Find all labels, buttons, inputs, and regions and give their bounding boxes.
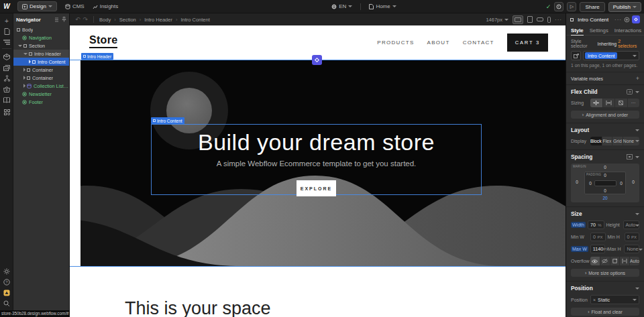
- tab-style[interactable]: Style: [571, 27, 584, 36]
- collapse-section-icon[interactable]: [635, 156, 639, 158]
- min-width-unit[interactable]: PX: [597, 235, 602, 239]
- add-elements-icon[interactable]: +: [0, 16, 13, 25]
- sizing-more-icon[interactable]: ···: [628, 99, 640, 107]
- hero-heading[interactable]: Build your dream store: [151, 129, 482, 155]
- width-input[interactable]: 70%: [588, 220, 604, 229]
- preview-button[interactable]: ▷: [567, 2, 576, 11]
- cms-button[interactable]: CMS: [65, 3, 85, 9]
- help-icon[interactable]: ?: [0, 277, 13, 287]
- expand-caret-icon[interactable]: [23, 68, 25, 72]
- collapse-section-icon[interactable]: [635, 213, 639, 215]
- overflow-hidden-eye-off-icon[interactable]: [600, 257, 610, 265]
- tree-item-collection-list[interactable]: Collection List Wra...: [13, 82, 69, 90]
- pin-icon[interactable]: [62, 17, 66, 22]
- breadcrumb-item[interactable]: Section: [119, 17, 136, 23]
- tree-item-footer[interactable]: Footer: [13, 98, 69, 106]
- breakpoint-desktop-icon[interactable]: [513, 15, 523, 24]
- components-icon[interactable]: [0, 52, 13, 62]
- hero-subtitle[interactable]: A simple Webflow Ecommerce template to g…: [151, 160, 482, 168]
- variables-icon[interactable]: [0, 74, 13, 83]
- display-block-option[interactable]: Block: [590, 137, 602, 145]
- store-logo[interactable]: Store: [89, 34, 117, 48]
- insights-button[interactable]: Insights: [93, 3, 119, 9]
- cart-button[interactable]: CART 3: [507, 34, 548, 52]
- tab-settings[interactable]: Settings: [590, 27, 608, 34]
- tree-item-container[interactable]: Container: [13, 66, 69, 74]
- overflow-auto-option[interactable]: Auto: [630, 257, 639, 265]
- overflow-clip-icon[interactable]: [620, 257, 630, 265]
- expand-caret-icon[interactable]: [23, 76, 25, 80]
- margin-right-value[interactable]: 0: [632, 180, 635, 184]
- search-icon[interactable]: [0, 299, 13, 308]
- min-width-input[interactable]: 0PX: [590, 233, 606, 241]
- add-variable-mode-icon[interactable]: +: [636, 75, 639, 82]
- tree-item-intro-header[interactable]: Intro Header: [13, 50, 69, 58]
- overflow-scroll-icon[interactable]: [610, 257, 621, 265]
- selectors-count[interactable]: 2 selectors: [618, 39, 639, 48]
- breadcrumb-item[interactable]: Intro Header: [144, 17, 172, 23]
- variable-modes-row[interactable]: Variable modes +: [566, 72, 644, 85]
- padding-left-value[interactable]: 0: [589, 181, 592, 186]
- element-more-icon[interactable]: ···: [614, 17, 622, 23]
- section-handle[interactable]: [312, 55, 322, 65]
- breakpoint-phone-portrait-icon[interactable]: [547, 17, 551, 23]
- nav-link-about[interactable]: ABOUT: [427, 40, 450, 46]
- max-height-input[interactable]: None: [624, 245, 639, 253]
- intro-content-selection-tag[interactable]: Intro Content: [151, 117, 184, 124]
- pages-icon[interactable]: [0, 27, 13, 36]
- assets-icon[interactable]: [0, 63, 13, 72]
- position-dropdown[interactable]: × Static: [590, 295, 639, 304]
- intro-header-selection-tag[interactable]: Intro Header: [81, 53, 113, 60]
- min-height-unit[interactable]: PX: [631, 235, 637, 239]
- margin-left-value[interactable]: 0: [576, 180, 578, 184]
- ecommerce-icon[interactable]: [0, 84, 13, 94]
- component-create-icon[interactable]: [624, 17, 630, 23]
- expand-caret-icon[interactable]: [18, 45, 22, 47]
- expand-caret-icon[interactable]: [29, 60, 31, 64]
- tree-item-body[interactable]: Body: [13, 25, 69, 34]
- breakpoint-phone-landscape-icon[interactable]: [537, 17, 543, 21]
- breakpoint-tablet-icon[interactable]: [527, 16, 533, 23]
- breadcrumb-item[interactable]: Body: [99, 17, 111, 23]
- alignment-order-button[interactable]: › Alignment and order: [571, 111, 639, 119]
- explore-button[interactable]: EXPLORE: [297, 180, 336, 196]
- display-flex-option[interactable]: Flex: [602, 137, 613, 145]
- collapse-section-icon[interactable]: [635, 288, 639, 290]
- element-settings-toggle[interactable]: [632, 15, 640, 23]
- collapse-all-icon[interactable]: [54, 17, 59, 22]
- clear-position-icon[interactable]: ×: [593, 298, 596, 302]
- tree-item-intro-content[interactable]: Intro Content: [13, 58, 69, 66]
- sizing-none-icon[interactable]: [615, 99, 628, 107]
- margin-top-value[interactable]: 0: [604, 165, 606, 170]
- class-selector-field[interactable]: Intro Content: [583, 51, 639, 60]
- sizing-grow-icon[interactable]: [603, 99, 616, 107]
- tree-item-navigation[interactable]: Navigation: [13, 34, 69, 42]
- display-none-option[interactable]: None: [623, 137, 639, 145]
- redo-icon[interactable]: ↷: [83, 16, 89, 23]
- share-button[interactable]: Share: [580, 2, 604, 12]
- next-section-heading[interactable]: This is your space: [125, 298, 271, 317]
- expand-caret-icon[interactable]: [23, 84, 25, 88]
- tree-item-newsletter[interactable]: Newsletter: [13, 90, 69, 98]
- nav-link-products[interactable]: PRODUCTS: [377, 40, 414, 46]
- audit-panel-icon[interactable]: [0, 288, 13, 298]
- design-mode-button[interactable]: Design: [17, 1, 57, 11]
- apps-icon[interactable]: [0, 107, 13, 117]
- tree-item-section[interactable]: Section: [13, 42, 69, 50]
- more-breakpoints-icon[interactable]: ···: [555, 17, 562, 23]
- more-size-options-button[interactable]: › More size options: [571, 269, 639, 277]
- breadcrumb-item[interactable]: Intro Content: [180, 17, 209, 23]
- settings-gear-icon[interactable]: [0, 267, 13, 276]
- display-grid-option[interactable]: Grid: [612, 137, 623, 145]
- comments-button[interactable]: [554, 2, 564, 11]
- canvas-width-selector[interactable]: 1467px: [486, 17, 508, 23]
- nav-link-contact[interactable]: CONTACT: [463, 40, 494, 46]
- page-selector[interactable]: Home: [369, 3, 396, 9]
- padding-top-value[interactable]: 0: [604, 173, 606, 178]
- expand-caret-icon[interactable]: [23, 53, 28, 55]
- cms-collections-icon[interactable]: [0, 95, 13, 105]
- margin-bottom-value[interactable]: 20: [602, 196, 607, 200]
- overflow-visible-eye-icon[interactable]: [590, 257, 600, 265]
- width-unit[interactable]: %: [598, 223, 601, 227]
- language-selector[interactable]: EN: [331, 3, 352, 9]
